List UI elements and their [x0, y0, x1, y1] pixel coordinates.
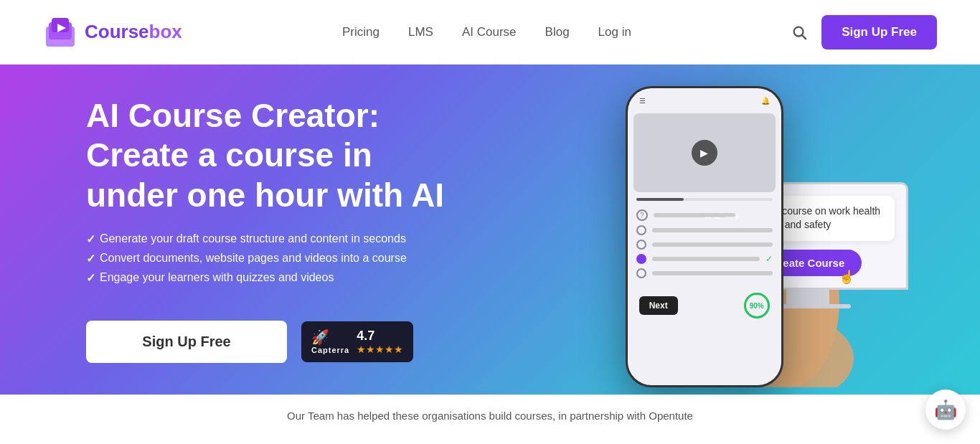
- phone-video-thumb: ▶: [633, 113, 776, 192]
- radio-1: [636, 225, 646, 235]
- dashed-arrow: - - →: [705, 203, 741, 230]
- hero-cta-row: Sign Up Free 🚀 Capterra 4.7 ★★★★★: [86, 321, 546, 363]
- check-icon: ✓: [765, 254, 773, 264]
- feature-2: ✓ Convert documents, website pages and v…: [86, 252, 546, 265]
- capterra-name: Capterra: [311, 346, 349, 354]
- option-line-3: [652, 257, 760, 261]
- phone-option-2: [636, 240, 773, 250]
- phone-next-row: Next 90%: [633, 290, 776, 321]
- logo-text: Coursebox: [85, 21, 182, 43]
- phone-score-badge: 90%: [744, 293, 770, 318]
- phone-progress-bar: [636, 198, 773, 201]
- phone-option-4: [636, 268, 773, 278]
- feature-1: ✓ Generate your draft course structure a…: [86, 232, 546, 246]
- option-line-4: [652, 271, 773, 275]
- capterra-rating: 4.7 ★★★★★: [357, 329, 403, 355]
- nav-right: Sign Up Free: [791, 15, 937, 49]
- hero-left: AI Course Creator: Create a course in un…: [86, 93, 546, 366]
- option-line-2: [652, 242, 773, 247]
- logo-icon: [43, 15, 77, 49]
- capterra-logo: 🚀 Capterra: [311, 329, 349, 354]
- radio-3-selected: [636, 254, 646, 264]
- signup-hero-button[interactable]: Sign Up Free: [86, 321, 287, 363]
- capterra-score: 4.7: [357, 329, 374, 344]
- phone-topbar: ☰ 🔔: [633, 94, 776, 108]
- nav-ai-course[interactable]: AI Course: [462, 25, 517, 39]
- search-icon: [791, 24, 807, 40]
- radio-2: [636, 240, 646, 250]
- footer-text: Our Team has helped these organisations …: [287, 410, 693, 422]
- check-icon-2: ✓: [86, 252, 95, 265]
- svg-line-5: [802, 35, 806, 39]
- question-icon: ?: [636, 209, 648, 221]
- nav-blog[interactable]: Blog: [545, 25, 570, 39]
- phone-screen: ☰ 🔔 ▶ ?: [628, 88, 781, 385]
- logo[interactable]: Coursebox: [43, 15, 182, 49]
- signup-nav-button[interactable]: Sign Up Free: [821, 15, 937, 49]
- phone-next-btn: Next: [639, 296, 678, 315]
- radio-4: [636, 268, 646, 278]
- feature-3: ✓ Engage your learners with quizzes and …: [86, 271, 546, 285]
- nav-pricing[interactable]: Pricing: [342, 25, 380, 39]
- help-button[interactable]: 🤖: [925, 389, 966, 430]
- cursor-icon: ☝: [839, 269, 854, 285]
- capterra-rocket-icon: 🚀: [311, 329, 329, 346]
- check-icon-1: ✓: [86, 232, 95, 246]
- phone-bell-icon: 🔔: [761, 97, 770, 105]
- capterra-stars: ★★★★★: [357, 344, 403, 355]
- hero-features: ✓ Generate your draft course structure a…: [86, 232, 546, 291]
- phone-mockup: ☰ 🔔 ▶ ?: [626, 86, 783, 387]
- help-icon: 🤖: [934, 399, 957, 421]
- search-button[interactable]: [791, 24, 807, 40]
- phone-progress-fill: [636, 198, 684, 201]
- phone-menu-icon: ☰: [639, 97, 646, 105]
- hero-section: AI Course Creator: Create a course in un…: [0, 65, 980, 395]
- navbar: Coursebox Pricing LMS AI Course Blog Log…: [0, 0, 980, 65]
- hero-title: AI Course Creator: Create a course in un…: [86, 96, 546, 215]
- capterra-badge: 🚀 Capterra 4.7 ★★★★★: [301, 321, 413, 362]
- nav-links: Pricing LMS AI Course Blog Log in: [342, 25, 631, 39]
- check-icon-3: ✓: [86, 271, 95, 285]
- computer-stand: [786, 290, 829, 304]
- phone-option-3-selected: ✓: [636, 254, 773, 264]
- nav-login[interactable]: Log in: [598, 25, 631, 39]
- footer-bar: Our Team has helped these organisations …: [0, 395, 980, 436]
- hero-right: A half day course on work health and saf…: [546, 93, 923, 366]
- nav-lms[interactable]: LMS: [408, 25, 433, 39]
- play-icon: ▶: [692, 140, 717, 166]
